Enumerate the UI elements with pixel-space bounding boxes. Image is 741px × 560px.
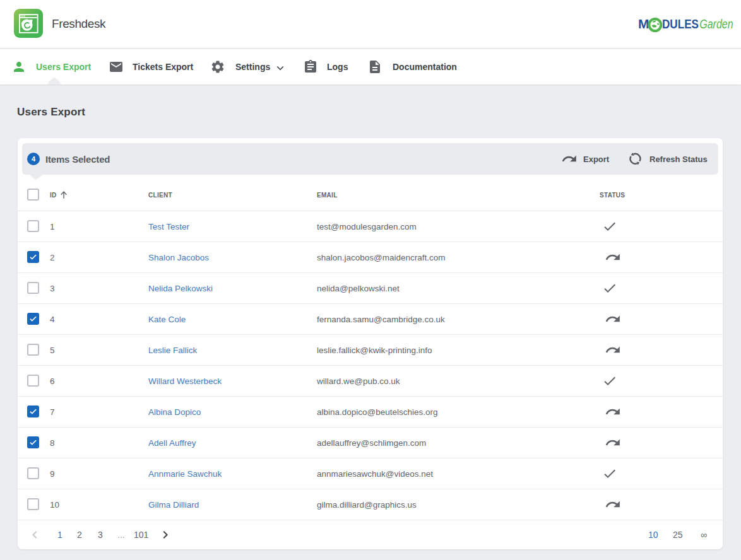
svg-text:Garden: Garden [699,16,733,31]
svg-text:DULES: DULES [662,16,699,31]
svg-text:M: M [639,16,649,31]
